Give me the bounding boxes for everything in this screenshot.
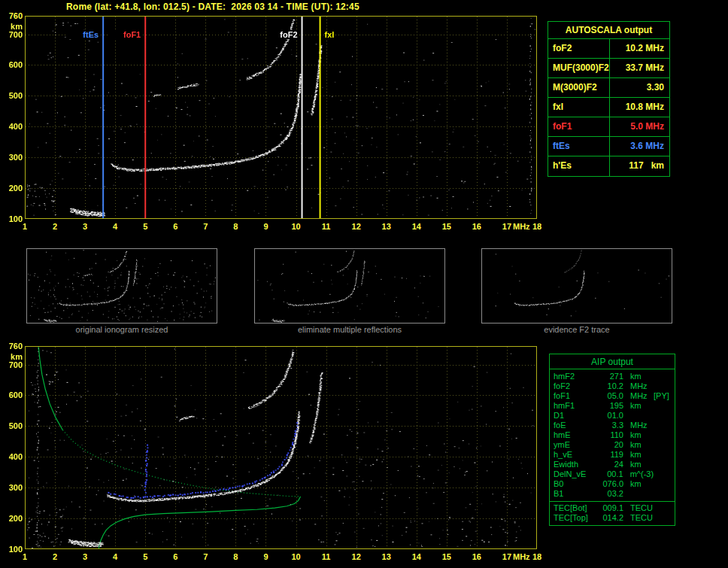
aip-output-panel: AIP output hmF2271kmfoF210.2MHzfoF105.0M… (549, 354, 675, 526)
autoscala-row: foF15.0 MHz (548, 117, 669, 137)
parameter-name: TEC[Bot] (550, 503, 596, 513)
x-tick-label: 6 (166, 222, 184, 231)
parameter-value: 195 (596, 401, 623, 411)
parameter-name: B1 (550, 489, 596, 499)
thumbnail-caption-original: original ionogram resized (26, 325, 217, 334)
x-tick-label: 10 (287, 222, 305, 231)
parameter-value: 076.0 (596, 479, 623, 489)
parameter-value: 03.2 (596, 489, 623, 499)
marker-label-fof1: foF1 (110, 30, 141, 39)
parameter-name: foF1 (550, 391, 596, 401)
parameter-value: 271 (596, 372, 623, 381)
autoscala-row: ftEs3.6 MHz (548, 137, 669, 156)
parameter-note (654, 489, 675, 499)
marker-label-fof2: foF2 (267, 30, 299, 39)
aip-row: foF210.2MHz (550, 381, 675, 391)
parameter-unit: km (623, 450, 654, 460)
x-tick-label: 1 (16, 222, 34, 231)
y-tick-label: 200 (2, 514, 23, 523)
parameter-value: 01.0 (596, 411, 623, 421)
aip-row: B103.2 (550, 489, 675, 499)
marker-label-ftes: ftEs (68, 30, 99, 39)
parameter-unit: km (623, 430, 654, 440)
aip-row: hmF1195km (550, 401, 675, 411)
parameter-value: 3.6 MHz (610, 137, 669, 156)
parameter-name: foE (550, 421, 596, 430)
parameter-value: 10.2 MHz (610, 39, 669, 58)
parameter-name: h_vE (550, 450, 596, 460)
profile-ionogram-canvas (25, 346, 537, 549)
x-tick-label: 10 (287, 552, 305, 561)
x-tick-label: 3 (76, 222, 94, 231)
y-tick-label: 760 (2, 11, 23, 20)
aip-tec-row: TEC[Bot]009.1TECU (550, 503, 675, 513)
parameter-name: ftEs (548, 137, 610, 156)
parameter-value: 009.1 (596, 503, 623, 513)
parameter-unit: km (623, 401, 654, 411)
y-tick-label: 200 (2, 184, 23, 193)
autoscala-row: MUF(3000)F233.7 MHz (548, 59, 669, 78)
aip-row: B0076.0km (550, 479, 675, 489)
y-tick-label: 400 (2, 122, 23, 131)
y-tick-label: 700 (2, 360, 23, 369)
parameter-note (654, 372, 675, 381)
parameter-note (654, 381, 675, 391)
x-tick-label: 8 (226, 222, 244, 231)
parameter-unit: km (623, 479, 654, 489)
x-tick-label: 14 (408, 552, 426, 561)
parameter-value: 110 (596, 430, 623, 440)
parameter-note (654, 460, 675, 469)
parameter-value: 24 (596, 460, 623, 469)
marker-label-fxi: fxI (324, 30, 335, 39)
autoscala-rows: foF210.2 MHzMUF(3000)F233.7 MHzM(3000)F2… (548, 39, 669, 176)
parameter-value: 3.3 (596, 421, 623, 430)
autoscala-row: M(3000)F23.30 (548, 78, 669, 98)
aip-row: foF105.0MHz[PY] (550, 391, 675, 401)
x-tick-label: 7 (196, 552, 214, 561)
x-tick-label: 13 (378, 552, 396, 561)
thumbnail-caption-eliminate: eliminate multiple reflections (254, 325, 445, 334)
parameter-unit: km (623, 460, 654, 469)
x-tick-label: 2 (46, 222, 64, 231)
parameter-name: DelN_vE (550, 469, 596, 479)
thumbnail-original-ionogram (26, 248, 217, 323)
x-tick-label: 9 (256, 222, 275, 231)
parameter-name: fxI (548, 98, 610, 117)
x-tick-label: 12 (347, 222, 366, 231)
parameter-value: 3.30 (610, 78, 669, 97)
parameter-value: 119 (596, 450, 623, 460)
parameter-unit (623, 489, 654, 499)
y-axis-unit-label: km (2, 22, 23, 31)
x-tick-label: 15 (438, 552, 456, 561)
parameter-name: hmF2 (550, 372, 596, 381)
parameter-note (654, 401, 675, 411)
aip-row: ymE20km (550, 440, 675, 450)
parameter-name: hmF1 (550, 401, 596, 411)
x-tick-label: 11 (317, 552, 335, 561)
parameter-name: B0 (550, 479, 596, 489)
y-tick-label: 760 (2, 342, 23, 351)
x-tick-label: 5 (136, 222, 154, 231)
parameter-name: foF2 (548, 39, 610, 58)
parameter-name: h'Es (548, 156, 610, 176)
x-tick-label: 14 (408, 222, 426, 231)
parameter-unit: TECU (623, 503, 675, 513)
aip-panel-title: AIP output (550, 354, 675, 369)
aip-rows: hmF2271kmfoF210.2MHzfoF105.0MHz[PY]hmF11… (550, 369, 675, 499)
aip-tec-rows: TEC[Bot]009.1TECUTEC[Top]014.2TECU (550, 501, 675, 523)
parameter-value: 10.8 MHz (610, 98, 669, 117)
autoscala-row: foF210.2 MHz (548, 39, 669, 59)
parameter-name: foF1 (548, 117, 610, 136)
parameter-unit: MHz (623, 421, 654, 430)
parameter-unit: m^(-3) (623, 469, 654, 479)
parameter-note (654, 450, 675, 460)
parameter-name: TEC[Top] (550, 513, 596, 523)
y-tick-label: 600 (2, 60, 23, 69)
parameter-name: MUF(3000)F2 (548, 59, 610, 77)
y-axis-unit-label: km (2, 352, 23, 361)
parameter-note (654, 469, 675, 479)
parameter-value: 10.2 (596, 381, 623, 391)
parameter-note (654, 421, 675, 430)
parameter-unit: MHz (623, 381, 654, 391)
parameter-unit: TECU (623, 513, 675, 523)
